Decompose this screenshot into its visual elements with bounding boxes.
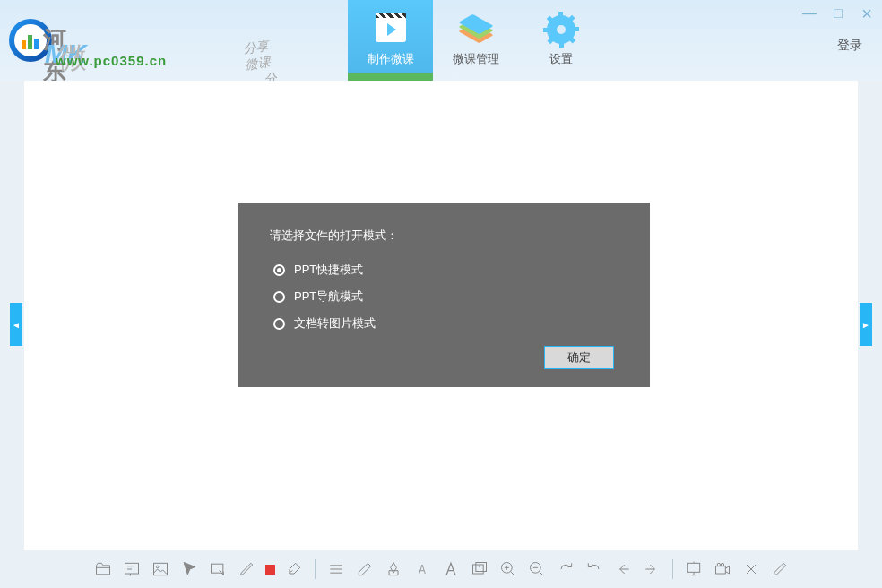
watermark-url: www.pc0359.cn bbox=[56, 53, 167, 68]
svg-point-11 bbox=[717, 563, 720, 566]
close-button[interactable]: × bbox=[859, 5, 875, 22]
tab-settings[interactable]: 设置 bbox=[518, 0, 603, 81]
svg-rect-10 bbox=[715, 566, 725, 574]
shape-icon[interactable] bbox=[384, 559, 403, 579]
right-panel: ► bbox=[860, 81, 882, 550]
radio-icon bbox=[273, 291, 285, 303]
toolbar-divider bbox=[315, 559, 316, 579]
text-large-icon[interactable] bbox=[441, 559, 461, 579]
pen-icon[interactable] bbox=[237, 559, 256, 579]
brush-icon[interactable] bbox=[284, 559, 304, 579]
gear-icon bbox=[545, 13, 577, 46]
left-panel: ◄ bbox=[0, 81, 22, 550]
tab-label: 设置 bbox=[549, 51, 573, 67]
bottom-toolbar bbox=[0, 550, 882, 588]
svg-rect-0 bbox=[125, 563, 138, 574]
lines-icon[interactable] bbox=[326, 559, 346, 579]
presentation-icon[interactable] bbox=[684, 559, 704, 579]
window-controls: — □ × bbox=[801, 5, 875, 22]
main-tabs: 制作微课 微课管理 bbox=[348, 0, 603, 81]
svg-point-2 bbox=[156, 566, 159, 568]
svg-rect-1 bbox=[153, 563, 167, 575]
left-panel-toggle[interactable]: ◄ bbox=[10, 303, 22, 346]
svg-rect-5 bbox=[475, 563, 486, 572]
image-gallery-icon[interactable] bbox=[470, 559, 489, 579]
svg-point-12 bbox=[721, 563, 723, 566]
app-header: 河东软件园 MK 微课慕课 www.pc0359.cn 分享微课 分享价值 制作… bbox=[0, 0, 882, 81]
svg-rect-4 bbox=[472, 565, 483, 574]
login-button[interactable]: 登录 bbox=[837, 38, 862, 54]
redo-icon[interactable] bbox=[556, 559, 575, 579]
image-icon[interactable] bbox=[151, 559, 170, 579]
svg-rect-3 bbox=[211, 564, 222, 573]
tab-manage-course[interactable]: 微课管理 bbox=[433, 0, 518, 81]
maximize-button[interactable]: □ bbox=[830, 5, 846, 22]
toolbar-divider bbox=[672, 559, 673, 579]
camera-icon[interactable] bbox=[713, 559, 732, 579]
pointer-icon[interactable] bbox=[179, 559, 199, 579]
radio-label: PPT快捷模式 bbox=[294, 262, 363, 278]
clapper-icon bbox=[375, 13, 407, 46]
open-mode-dialog: 请选择文件的打开模式： PPT快捷模式 PPT导航模式 文档转图片模式 确定 bbox=[238, 203, 650, 387]
color-swatch-red[interactable] bbox=[265, 565, 275, 575]
arrow-right-icon[interactable] bbox=[642, 559, 662, 579]
radio-doc-image[interactable]: 文档转图片模式 bbox=[273, 316, 618, 332]
svg-point-6 bbox=[479, 566, 480, 567]
edit-icon[interactable] bbox=[770, 559, 790, 579]
tab-create-course[interactable]: 制作微课 bbox=[348, 0, 433, 81]
arrow-left-icon[interactable] bbox=[613, 559, 633, 579]
svg-rect-9 bbox=[687, 563, 699, 572]
radio-ppt-quick[interactable]: PPT快捷模式 bbox=[273, 262, 618, 278]
tab-label: 制作微课 bbox=[368, 51, 414, 67]
tab-label: 微课管理 bbox=[453, 51, 499, 67]
radio-group: PPT快捷模式 PPT导航模式 文档转图片模式 bbox=[273, 262, 618, 332]
radio-ppt-nav[interactable]: PPT导航模式 bbox=[273, 289, 618, 305]
undo-icon[interactable] bbox=[584, 559, 604, 579]
radio-label: 文档转图片模式 bbox=[294, 316, 376, 332]
whiteboard-icon[interactable] bbox=[122, 559, 142, 579]
confirm-button[interactable]: 确定 bbox=[544, 346, 614, 369]
folder-open-icon[interactable] bbox=[93, 559, 113, 579]
layers-icon bbox=[460, 13, 492, 46]
zoom-in-icon[interactable] bbox=[498, 559, 518, 579]
clear-icon[interactable] bbox=[741, 559, 761, 579]
text-small-icon[interactable] bbox=[412, 559, 432, 579]
minimize-button[interactable]: — bbox=[801, 5, 817, 22]
select-screen-icon[interactable] bbox=[208, 559, 228, 579]
eraser-icon[interactable] bbox=[355, 559, 375, 579]
radio-icon bbox=[273, 318, 285, 330]
logo-area: 河东软件园 MK 微课慕课 www.pc0359.cn 分享微课 分享价值 bbox=[0, 19, 52, 62]
radio-label: PPT导航模式 bbox=[294, 289, 363, 305]
zoom-out-icon[interactable] bbox=[527, 559, 547, 579]
radio-icon bbox=[273, 264, 285, 276]
right-panel-toggle[interactable]: ► bbox=[860, 303, 872, 346]
dialog-title: 请选择文件的打开模式： bbox=[270, 228, 618, 244]
